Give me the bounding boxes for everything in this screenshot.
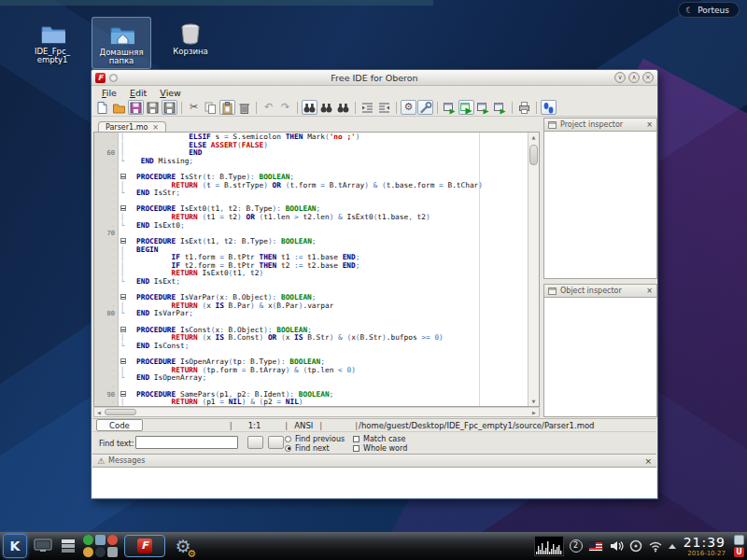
match-case-checkbox[interactable] [353, 436, 359, 442]
find-button[interactable] [302, 100, 317, 115]
editor-horizontal-scrollbar[interactable]: ◀ ▶ [93, 407, 540, 417]
tray-mini-top-icon[interactable] [734, 535, 744, 545]
task-button-free-ide[interactable]: F [124, 535, 165, 557]
object-inspector-header[interactable]: Object inspector × [543, 284, 657, 298]
tray-mini-bottom-icon[interactable]: U [734, 547, 744, 557]
scroll-up-arrow-icon[interactable]: ▲ [529, 133, 539, 142]
minimize-button[interactable]: ∨ [614, 72, 626, 83]
fold-marker[interactable] [119, 174, 133, 182]
launcher-sphere-icon[interactable] [95, 547, 106, 557]
trash-icon [162, 21, 218, 45]
editor-vertical-scrollbar[interactable]: ▲ ▼ [528, 133, 539, 406]
find-next-button[interactable] [318, 100, 334, 115]
save-button[interactable] [128, 100, 144, 115]
find-button-2[interactable] [268, 436, 284, 449]
status-mode-tab[interactable]: Code [96, 419, 143, 431]
desktop-icon-folder-ide-fpc-empty1[interactable]: IDE_Fpc_empty1 [22, 17, 82, 69]
object-inspector-body[interactable] [543, 298, 657, 417]
toolbar-separator [355, 102, 356, 114]
code-line-65: ·└END IsStr; [94, 189, 528, 198]
find-previous-radio[interactable] [285, 436, 291, 442]
whole-word-option[interactable]: Whole word [353, 443, 407, 453]
close-button[interactable]: × [642, 72, 654, 83]
project-inspector-close-icon[interactable]: × [646, 120, 653, 129]
system-monitor-graph[interactable] [534, 536, 564, 556]
window-titlebar[interactable]: F Free IDE for Oberon ∨∧× [92, 70, 657, 86]
redo-button[interactable]: ↷ [277, 100, 293, 115]
fold-marker: │ [119, 246, 133, 255]
find-previous-button[interactable] [335, 100, 351, 115]
find-button-1[interactable] [247, 436, 263, 449]
fold-marker[interactable] [119, 358, 133, 367]
step-button[interactable] [492, 100, 508, 115]
save-as-button[interactable] [162, 100, 177, 115]
vertical-scroll-thumb[interactable] [529, 145, 538, 165]
messages-header[interactable]: ⚠ Messages × [92, 454, 656, 468]
fold-marker: └ [119, 189, 133, 198]
launcher-disc-icon[interactable] [83, 547, 93, 557]
wifi-icon[interactable] [648, 540, 663, 553]
fold-marker[interactable] [119, 238, 133, 246]
fold-marker[interactable] [119, 294, 133, 302]
horizontal-scroll-thumb[interactable] [105, 409, 136, 415]
maximize-button[interactable]: ∧ [628, 72, 640, 83]
find-text-input[interactable] [135, 436, 238, 449]
launcher-browser-icon[interactable] [107, 535, 118, 545]
scroll-left-arrow-icon[interactable]: ◀ [94, 408, 104, 416]
find-next-radio[interactable] [285, 445, 291, 452]
find-next-option[interactable]: Find next [285, 443, 345, 453]
delete-button[interactable] [236, 100, 252, 115]
whole-word-checkbox[interactable] [353, 445, 359, 452]
usb-device-icon[interactable] [629, 539, 642, 553]
open-file-button[interactable] [111, 100, 127, 115]
save-all-button[interactable] [145, 100, 161, 115]
messages-close-icon[interactable]: × [644, 456, 652, 466]
indent-button[interactable] [359, 100, 375, 115]
object-inspector-close-icon[interactable]: × [646, 287, 653, 295]
code-editor[interactable]: ·│ ELSIF s = S.semicolon THEN Mark('no ;… [93, 132, 540, 407]
print-button[interactable] [516, 100, 532, 115]
copy-button[interactable] [203, 100, 218, 115]
scroll-right-arrow-icon[interactable]: ▶ [529, 408, 539, 416]
cut-button[interactable]: ✂ [186, 100, 202, 115]
compile-button-icon [443, 101, 457, 115]
launcher-photo-icon[interactable] [107, 547, 118, 557]
workspace-pager-icon[interactable]: 2 [570, 539, 583, 553]
fold-marker[interactable] [119, 205, 133, 214]
fold-marker[interactable] [119, 391, 133, 399]
match-case-option[interactable]: Match case [353, 434, 407, 443]
compile-button[interactable] [442, 100, 458, 115]
tools-button[interactable] [417, 100, 433, 115]
desktop-icon-trash[interactable]: Корзина [161, 17, 220, 69]
options-button[interactable]: ⚙ [401, 100, 416, 115]
launcher-phone-icon[interactable] [83, 535, 93, 545]
menu-view[interactable]: View [153, 88, 188, 98]
project-inspector-body[interactable] [543, 132, 657, 279]
unindent-button[interactable] [376, 100, 392, 115]
window-list-icon[interactable] [59, 538, 78, 554]
tab-close-icon[interactable]: × [152, 123, 159, 132]
kmenu-button[interactable]: K [3, 534, 27, 558]
project-inspector-header[interactable]: Project inspector × [543, 118, 657, 132]
volume-icon[interactable] [609, 539, 624, 553]
taskbar-clock[interactable]: 21:39 2016-10-27 [684, 536, 726, 557]
fold-marker: │ [119, 142, 133, 150]
run-button[interactable] [475, 100, 491, 115]
build-button[interactable] [458, 100, 474, 115]
keyboard-layout-flag-icon[interactable] [588, 541, 603, 552]
menu-edit[interactable]: Edit [123, 88, 153, 98]
scroll-down-arrow-icon[interactable]: ▼ [529, 397, 539, 406]
launcher-media-icon[interactable] [95, 535, 106, 545]
show-desktop-icon[interactable] [33, 538, 53, 554]
toolbar-separator [536, 102, 537, 114]
find-previous-option[interactable]: Find previous [285, 434, 345, 443]
paste-button[interactable] [219, 100, 235, 115]
system-tools-icon[interactable]: ⚙⚙ [171, 534, 195, 558]
trace-button[interactable] [541, 100, 557, 115]
undo-button[interactable]: ↶ [261, 100, 276, 115]
fold-marker[interactable] [119, 327, 133, 335]
tray-expand-arrow-icon[interactable] [669, 544, 676, 549]
menu-file[interactable]: File [95, 88, 123, 98]
new-file-button[interactable] [94, 100, 110, 115]
desktop-icon-home-folder[interactable]: Домашняяпапка [92, 17, 151, 69]
